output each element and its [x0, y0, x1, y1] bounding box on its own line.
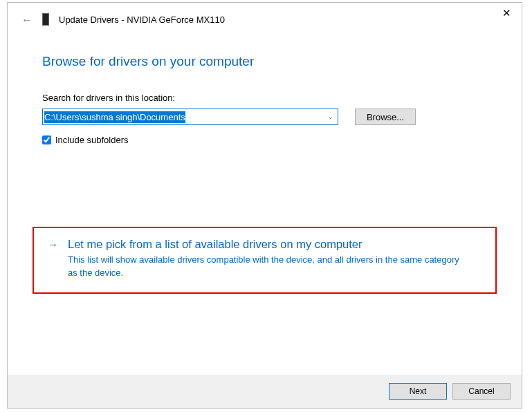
dialog-title: Update Drivers - NVIDIA GeForce MX110: [59, 15, 225, 25]
dialog-content: Browse for drivers on your computer Sear…: [8, 26, 522, 375]
close-button[interactable]: ✕: [498, 7, 515, 19]
device-icon: [42, 13, 49, 26]
path-combobox[interactable]: C:\Users\sushma singh\Documents ⌄: [42, 109, 338, 125]
back-arrow-icon[interactable]: ←: [21, 14, 33, 26]
cancel-button[interactable]: Cancel: [452, 383, 511, 400]
dialog-footer: Next Cancel: [8, 375, 522, 408]
option-title: Let me pick from a list of available dri…: [68, 238, 469, 251]
page-heading: Browse for drivers on your computer: [42, 54, 487, 69]
option-description: This list will show available drivers co…: [68, 254, 469, 280]
include-subfolders-row[interactable]: Include subfolders: [42, 135, 487, 145]
include-subfolders-label: Include subfolders: [55, 135, 129, 145]
dialog-header: ← Update Drivers - NVIDIA GeForce MX110: [8, 3, 522, 26]
browse-button[interactable]: Browse...: [355, 109, 416, 125]
close-icon: ✕: [502, 7, 511, 19]
update-drivers-dialog: ✕ ← Update Drivers - NVIDIA GeForce MX11…: [7, 2, 522, 409]
include-subfolders-checkbox[interactable]: [42, 135, 51, 144]
pick-from-list-option[interactable]: → Let me pick from a list of available d…: [33, 227, 497, 294]
next-button[interactable]: Next: [389, 383, 447, 400]
path-row: C:\Users\sushma singh\Documents ⌄ Browse…: [42, 109, 487, 125]
arrow-right-icon: →: [48, 238, 58, 250]
chevron-down-icon[interactable]: ⌄: [328, 113, 333, 120]
search-location-label: Search for drivers in this location:: [42, 93, 487, 103]
path-value: C:\Users\sushma singh\Documents: [44, 111, 185, 123]
